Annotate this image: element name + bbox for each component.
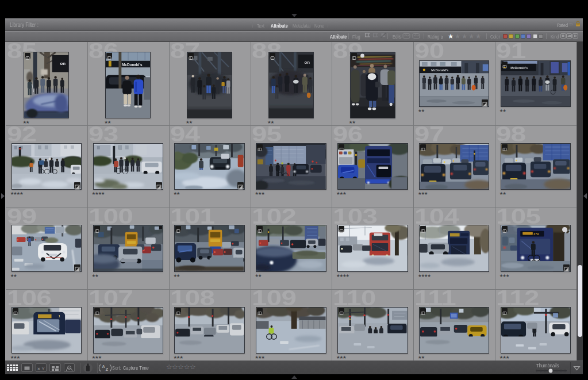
svg-text:A: A bbox=[102, 364, 105, 369]
svg-text:Y: Y bbox=[42, 367, 45, 371]
svg-text:on: on bbox=[60, 61, 66, 66]
svg-text:McDonald's: McDonald's bbox=[510, 66, 528, 69]
svg-text:on: on bbox=[305, 60, 310, 65]
svg-text:✕: ✕ bbox=[37, 367, 41, 371]
svg-text:379: 379 bbox=[533, 232, 539, 236]
svg-text:McDonald's: McDonald's bbox=[122, 63, 143, 67]
svg-text:Z: Z bbox=[106, 367, 109, 371]
svg-text:1: 1 bbox=[59, 315, 60, 318]
svg-text:McDonald's: McDonald's bbox=[431, 68, 448, 72]
